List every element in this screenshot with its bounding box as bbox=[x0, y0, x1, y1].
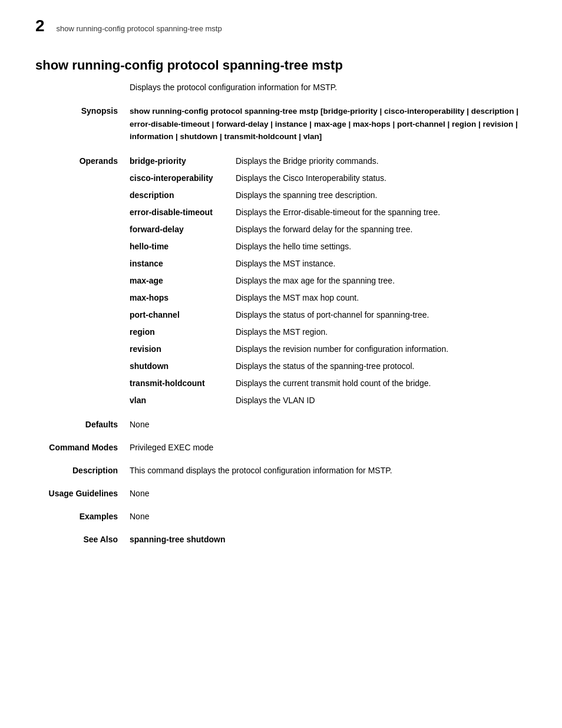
operand-row-5: hello-time Displays the hello time setti… bbox=[35, 238, 527, 255]
intro-text: Displays the protocol configuration info… bbox=[130, 83, 527, 92]
doc-table: Synopsis show running-config protocol sp… bbox=[35, 103, 527, 548]
defaults-value: None bbox=[130, 416, 527, 433]
operand-key-10: region bbox=[130, 324, 236, 341]
operand-value-9: Displays the status of port-channel for … bbox=[236, 307, 527, 324]
usage-row: Usage Guidelines None bbox=[35, 485, 527, 502]
synopsis-text: show running-config protocol spanning-tr… bbox=[130, 107, 518, 141]
operand-value-2: Displays the spanning tree description. bbox=[236, 187, 527, 204]
operand-row-9: port-channel Displays the status of port… bbox=[35, 307, 527, 324]
operand-value-10: Displays the MST region. bbox=[236, 324, 527, 341]
examples-label: Examples bbox=[35, 508, 130, 525]
operand-key-13: transmit-holdcount bbox=[130, 375, 236, 392]
operand-value-6: Displays the MST instance. bbox=[236, 255, 527, 272]
spacer-row-3 bbox=[35, 433, 527, 439]
operand-row-10: region Displays the MST region. bbox=[35, 324, 527, 341]
see-also-value: spanning-tree shutdown bbox=[130, 531, 527, 548]
operand-value-8: Displays the MST max hop count. bbox=[236, 289, 527, 307]
operands-label: Operands bbox=[35, 153, 130, 170]
operand-key-14: vlan bbox=[130, 392, 236, 409]
spacer-row-7 bbox=[35, 525, 527, 531]
synopsis-label: Synopsis bbox=[35, 103, 130, 146]
operand-row-4: forward-delay Displays the forward delay… bbox=[35, 221, 527, 238]
operand-row-11: revision Displays the revision number fo… bbox=[35, 341, 527, 358]
operand-value-7: Displays the max age for the spanning tr… bbox=[236, 272, 527, 289]
examples-value: None bbox=[130, 508, 527, 525]
description-row: Description This command displays the pr… bbox=[35, 462, 527, 479]
operand-value-13: Displays the current transmit hold count… bbox=[236, 375, 527, 392]
see-also-label: See Also bbox=[35, 531, 130, 548]
operand-key-6: instance bbox=[130, 255, 236, 272]
description-value: This command displays the protocol confi… bbox=[130, 462, 527, 479]
operand-row-12: shutdown Displays the status of the span… bbox=[35, 358, 527, 375]
page-header: 2 show running-config protocol spanning-… bbox=[35, 18, 527, 34]
section-title: show running-config protocol spanning-tr… bbox=[35, 58, 527, 73]
command-modes-label: Command Modes bbox=[35, 439, 130, 456]
usage-value: None bbox=[130, 485, 527, 502]
operand-key-7: max-age bbox=[130, 272, 236, 289]
operand-value-11: Displays the revision number for configu… bbox=[236, 341, 527, 358]
operand-key-2: description bbox=[130, 187, 236, 204]
operand-key-1: cisco-interoperability bbox=[130, 170, 236, 187]
spacer-row-4 bbox=[35, 456, 527, 462]
operand-value-5: Displays the hello time settings. bbox=[236, 238, 527, 255]
spacer-row-5 bbox=[35, 479, 527, 485]
operand-row-6: instance Displays the MST instance. bbox=[35, 255, 527, 272]
command-modes-value: Privileged EXEC mode bbox=[130, 439, 527, 456]
spacer-row bbox=[35, 146, 527, 153]
operand-key-12: shutdown bbox=[130, 358, 236, 375]
operand-row-1: cisco-interoperability Displays the Cisc… bbox=[35, 170, 527, 187]
operand-value-4: Displays the forward delay for the spann… bbox=[236, 221, 527, 238]
operand-value-14: Displays the VLAN ID bbox=[236, 392, 527, 409]
operand-key-0: bridge-priority bbox=[130, 153, 236, 170]
operand-key-11: revision bbox=[130, 341, 236, 358]
operands-header-row: Operands bridge-priority Displays the Br… bbox=[35, 153, 527, 170]
defaults-row: Defaults None bbox=[35, 416, 527, 433]
page-number: 2 bbox=[35, 18, 45, 34]
spacer-row-6 bbox=[35, 502, 527, 508]
operand-key-9: port-channel bbox=[130, 307, 236, 324]
description-label: Description bbox=[35, 462, 130, 479]
synopsis-content: show running-config protocol spanning-tr… bbox=[130, 103, 527, 146]
operand-row-14: vlan Displays the VLAN ID bbox=[35, 392, 527, 409]
synopsis-row: Synopsis show running-config protocol sp… bbox=[35, 103, 527, 146]
page-header-title: show running-config protocol spanning-tr… bbox=[57, 24, 222, 33]
operand-value-12: Displays the status of the spanning-tree… bbox=[236, 358, 527, 375]
operand-row-8: max-hops Displays the MST max hop count. bbox=[35, 289, 527, 307]
spacer-row-2 bbox=[35, 409, 527, 416]
examples-row: Examples None bbox=[35, 508, 527, 525]
operand-row-13: transmit-holdcount Displays the current … bbox=[35, 375, 527, 392]
command-modes-row: Command Modes Privileged EXEC mode bbox=[35, 439, 527, 456]
operand-row-3: error-disable-timeout Displays the Error… bbox=[35, 204, 527, 221]
usage-label: Usage Guidelines bbox=[35, 485, 130, 502]
operand-key-8: max-hops bbox=[130, 289, 236, 307]
operand-key-3: error-disable-timeout bbox=[130, 204, 236, 221]
operand-value-3: Displays the Error-disable-timeout for t… bbox=[236, 204, 527, 221]
defaults-label: Defaults bbox=[35, 416, 130, 433]
operand-value-1: Displays the Cisco Interoperability stat… bbox=[236, 170, 527, 187]
operand-key-5: hello-time bbox=[130, 238, 236, 255]
see-also-row: See Also spanning-tree shutdown bbox=[35, 531, 527, 548]
operand-key-4: forward-delay bbox=[130, 221, 236, 238]
operand-value-0: Displays the Bridge priority commands. bbox=[236, 153, 527, 170]
operand-row-2: description Displays the spanning tree d… bbox=[35, 187, 527, 204]
operand-row-7: max-age Displays the max age for the spa… bbox=[35, 272, 527, 289]
